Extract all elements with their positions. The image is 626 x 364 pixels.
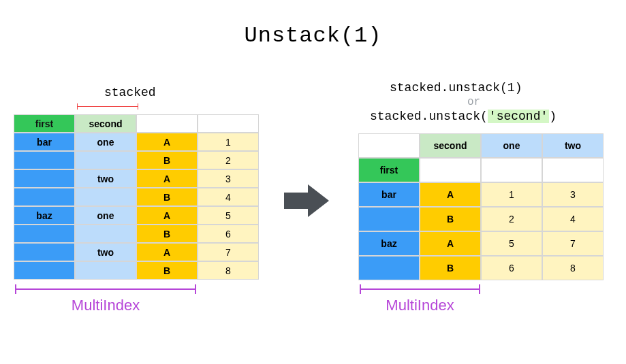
left-second: one	[75, 206, 136, 225]
left-second	[75, 225, 136, 243]
left-second: two	[75, 243, 136, 261]
left-ab: B	[136, 261, 198, 280]
right-blank-tl	[358, 133, 420, 158]
left-first	[14, 188, 75, 206]
left-val: 3	[198, 169, 259, 188]
right-first	[358, 207, 420, 231]
code-highlight: 'second'	[488, 110, 549, 123]
right-ab: A	[420, 231, 481, 256]
left-header-blank2	[198, 114, 259, 133]
right-first: bar	[358, 182, 420, 207]
right-first: baz	[358, 231, 420, 256]
code-unstack-second: stacked.unstack('second')	[370, 110, 557, 123]
stacked-bracket	[77, 103, 138, 110]
left-val: 1	[198, 133, 259, 151]
right-val: 4	[542, 207, 604, 231]
left-val: 5	[198, 206, 259, 225]
code-post: )	[549, 110, 557, 123]
left-val: 8	[198, 261, 259, 280]
right-ab: B	[420, 256, 481, 280]
arrow-right-icon	[284, 180, 332, 221]
right-first-hdr: first	[358, 158, 420, 182]
left-header-blank1	[136, 114, 198, 133]
multiindex-bracket-right	[360, 284, 480, 294]
left-val: 2	[198, 151, 259, 169]
left-ab: B	[136, 151, 198, 169]
right-val: 5	[481, 231, 542, 256]
right-col-one: one	[481, 133, 542, 158]
page-title: Unstack(1)	[0, 23, 626, 48]
left-header-second: second	[75, 114, 136, 133]
right-ab: A	[420, 182, 481, 207]
left-ab: A	[136, 169, 198, 188]
right-col-two: two	[542, 133, 604, 158]
left-ab: A	[136, 206, 198, 225]
right-blank	[542, 158, 604, 182]
left-ab: A	[136, 243, 198, 261]
left-val: 7	[198, 243, 259, 261]
left-first	[14, 169, 75, 188]
left-val: 6	[198, 225, 259, 243]
unstacked-table: second one two first bar A 1 3 B 2 4 baz…	[358, 133, 604, 280]
multiindex-bracket-left	[15, 284, 196, 294]
left-ab: A	[136, 133, 198, 151]
stacked-table: first second bar one A 1 B 2 two A 3 B 4…	[14, 114, 259, 280]
left-first: bar	[14, 133, 75, 151]
left-ab: B	[136, 225, 198, 243]
right-first	[358, 256, 420, 280]
code-or: or	[467, 96, 480, 108]
left-first	[14, 243, 75, 261]
left-second	[75, 151, 136, 169]
left-second: one	[75, 133, 136, 151]
right-second-hdr: second	[420, 133, 481, 158]
right-blank	[420, 158, 481, 182]
left-header-first: first	[14, 114, 75, 133]
left-first	[14, 225, 75, 243]
left-first	[14, 261, 75, 280]
right-val: 6	[481, 256, 542, 280]
left-ab: B	[136, 188, 198, 206]
svg-marker-0	[284, 184, 329, 217]
right-ab: B	[420, 207, 481, 231]
code-pre: stacked.unstack(	[370, 110, 488, 123]
right-val: 1	[481, 182, 542, 207]
left-second: two	[75, 169, 136, 188]
code-unstack-1: stacked.unstack(1)	[390, 81, 522, 95]
right-val: 2	[481, 207, 542, 231]
right-val: 3	[542, 182, 604, 207]
multiindex-label-right: MultiIndex	[360, 297, 480, 314]
left-first: baz	[14, 206, 75, 225]
left-second	[75, 261, 136, 280]
right-val: 8	[542, 256, 604, 280]
right-blank	[481, 158, 542, 182]
multiindex-label-left: MultiIndex	[15, 297, 196, 314]
stacked-label: stacked	[104, 86, 156, 99]
left-val: 4	[198, 188, 259, 206]
right-val: 7	[542, 231, 604, 256]
left-second	[75, 188, 136, 206]
left-first	[14, 151, 75, 169]
